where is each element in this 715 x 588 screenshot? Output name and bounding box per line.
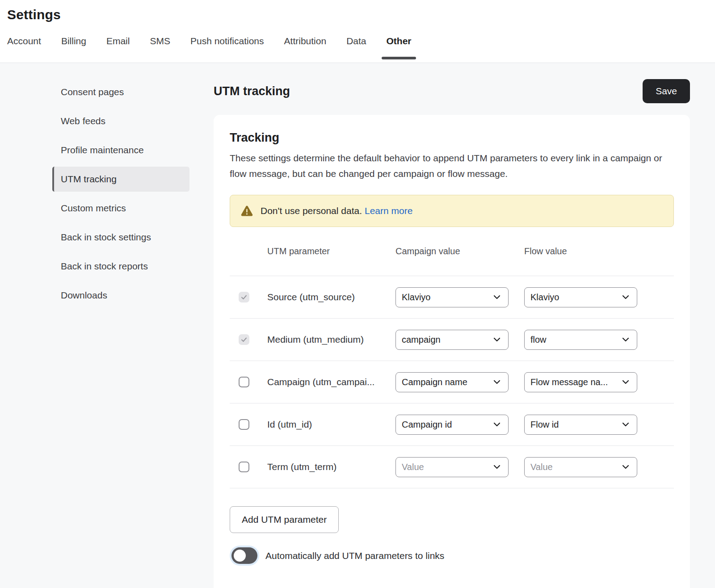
- checkmark-icon: [240, 336, 248, 343]
- tab-data[interactable]: Data: [345, 36, 367, 59]
- sidebar-item-back-in-stock-reports[interactable]: Back in stock reports: [52, 254, 189, 279]
- table-row: Id (utm_id) Campaign id Flow id: [230, 403, 674, 446]
- campaign-value-select[interactable]: Klaviyo: [395, 287, 509, 307]
- card-description: These settings determine the default beh…: [230, 150, 672, 181]
- sidebar-item-consent-pages[interactable]: Consent pages: [52, 80, 189, 105]
- flow-value-select[interactable]: Flow id: [524, 415, 637, 435]
- save-button[interactable]: Save: [643, 79, 690, 103]
- campaign-value-select[interactable]: Campaign id: [395, 415, 509, 435]
- tab-push-notifications[interactable]: Push notifications: [189, 36, 265, 59]
- main-panel: UTM tracking Save Tracking These setting…: [188, 63, 715, 588]
- table-row: Campaign (utm_campai... Campaign name Fl…: [230, 361, 674, 403]
- campaign-value-select[interactable]: Campaign name: [395, 372, 509, 392]
- warning-banner: Don't use personal data.Learn more: [230, 195, 674, 227]
- tab-other[interactable]: Other: [385, 36, 412, 59]
- header-flow-value: Flow value: [524, 246, 656, 256]
- tab-attribution[interactable]: Attribution: [283, 36, 328, 59]
- table-row: Term (utm_term) Value Value: [230, 446, 674, 488]
- chevron-down-icon: [492, 378, 501, 386]
- chevron-down-icon: [621, 420, 630, 429]
- table-header-row: UTM parameter Campaign value Flow value: [230, 227, 674, 276]
- sidebar-item-profile-maintenance[interactable]: Profile maintenance: [52, 138, 189, 163]
- flow-value-select[interactable]: flow: [524, 330, 637, 350]
- tab-sms[interactable]: SMS: [149, 36, 171, 59]
- table-row: Source (utm_source) Klaviyo Klaviyo: [230, 276, 674, 319]
- auto-utm-toggle-row: Automatically add UTM parameters to link…: [230, 547, 674, 564]
- row-checkbox[interactable]: [239, 377, 249, 387]
- utm-parameter-label: Id (utm_id): [267, 419, 395, 430]
- chevron-down-icon: [492, 462, 501, 471]
- flow-value-select[interactable]: Flow message na...: [524, 372, 637, 392]
- auto-utm-toggle[interactable]: [231, 547, 257, 564]
- warning-message: Don't use personal data.: [261, 206, 362, 216]
- utm-parameter-label: Term (utm_term): [267, 462, 395, 472]
- app-header: Settings Account Billing Email SMS Push …: [0, 0, 715, 63]
- utm-table: UTM parameter Campaign value Flow value …: [230, 227, 674, 488]
- settings-sidebar: Consent pages Web feeds Profile maintena…: [0, 63, 188, 588]
- campaign-value-select[interactable]: Value: [395, 457, 509, 477]
- main-header: UTM tracking Save: [214, 79, 690, 103]
- flow-value-select[interactable]: Value: [524, 457, 637, 477]
- tab-email[interactable]: Email: [105, 36, 131, 59]
- page-title: Settings: [7, 7, 715, 22]
- chevron-down-icon: [492, 420, 501, 429]
- row-checkbox[interactable]: [239, 462, 249, 472]
- row-checkbox[interactable]: [239, 419, 249, 430]
- learn-more-link[interactable]: Learn more: [365, 206, 412, 216]
- campaign-value-select[interactable]: campaign: [395, 330, 509, 350]
- settings-tab-bar: Account Billing Email SMS Push notificat…: [6, 36, 715, 59]
- chevron-down-icon: [621, 335, 630, 344]
- utm-parameter-label: Campaign (utm_campai...: [267, 377, 395, 387]
- sidebar-item-downloads[interactable]: Downloads: [52, 283, 189, 308]
- header-campaign-value: Campaign value: [395, 246, 524, 256]
- toggle-knob: [234, 550, 246, 562]
- row-checkbox: [239, 292, 249, 302]
- card-heading: Tracking: [230, 131, 674, 145]
- chevron-down-icon: [492, 293, 501, 302]
- section-title: UTM tracking: [214, 84, 290, 98]
- sidebar-item-custom-metrics[interactable]: Custom metrics: [52, 196, 189, 221]
- utm-parameter-label: Medium (utm_medium): [267, 334, 395, 345]
- content-area: Consent pages Web feeds Profile maintena…: [0, 63, 715, 588]
- header-utm-parameter: UTM parameter: [267, 246, 395, 256]
- warning-triangle-icon: [241, 206, 253, 217]
- chevron-down-icon: [621, 293, 630, 302]
- sidebar-item-back-in-stock-settings[interactable]: Back in stock settings: [52, 225, 189, 250]
- checkmark-icon: [240, 294, 248, 301]
- flow-value-select[interactable]: Klaviyo: [524, 287, 637, 307]
- add-utm-parameter-button[interactable]: Add UTM parameter: [230, 506, 339, 533]
- sidebar-item-web-feeds[interactable]: Web feeds: [52, 109, 189, 134]
- sidebar-item-utm-tracking[interactable]: UTM tracking: [52, 167, 189, 192]
- tab-account[interactable]: Account: [6, 36, 42, 59]
- utm-parameter-label: Source (utm_source): [267, 292, 395, 302]
- auto-utm-toggle-label: Automatically add UTM parameters to link…: [265, 550, 444, 561]
- table-row: Medium (utm_medium) campaign flow: [230, 319, 674, 361]
- row-checkbox: [239, 334, 249, 345]
- chevron-down-icon: [621, 378, 630, 386]
- chevron-down-icon: [621, 462, 630, 471]
- tracking-card: Tracking These settings determine the de…: [214, 115, 690, 588]
- tab-billing[interactable]: Billing: [60, 36, 87, 59]
- warning-text: Don't use personal data.Learn more: [261, 206, 412, 216]
- chevron-down-icon: [492, 335, 501, 344]
